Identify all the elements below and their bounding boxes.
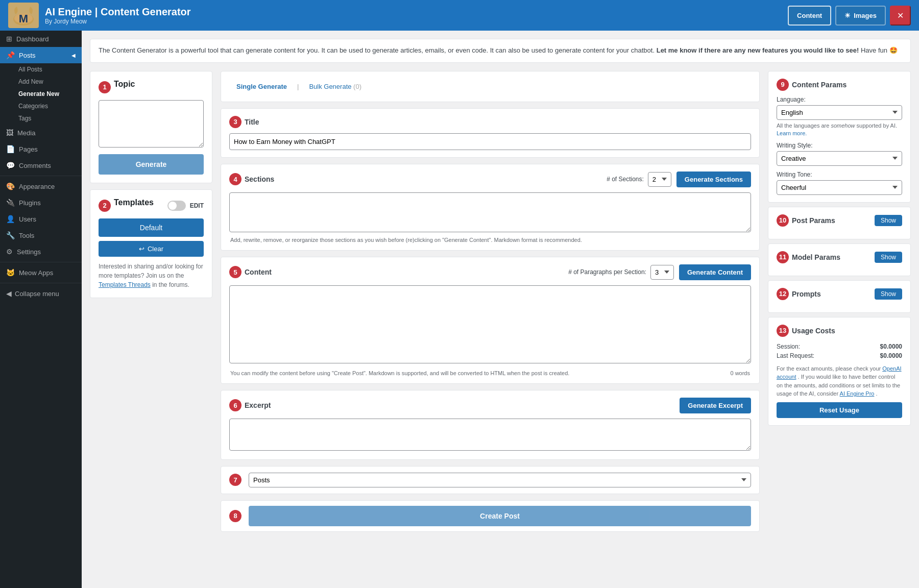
step-8-badge: 8 — [229, 510, 241, 522]
prompts-header: 12 Prompts Show — [777, 288, 902, 300]
topic-panel: 1 Topic Generate — [90, 71, 212, 183]
sections-label: Sections — [245, 175, 274, 183]
tags-label: Tags — [18, 115, 31, 122]
sections-note: Add, rewrite, remove, or reorganize thos… — [229, 237, 751, 243]
sidebar-item-plugins[interactable]: 🔌 Plugins — [0, 194, 82, 211]
writing-style-label: Writing Style: — [777, 142, 902, 149]
sections-controls: # of Sections: 2 3 4 5 Generate Sections — [607, 172, 751, 187]
post-type-select[interactable]: Posts Pages — [249, 473, 751, 487]
generate-content-btn[interactable]: Generate Content — [679, 264, 751, 280]
usage-costs-header: 13 Usage Costs — [777, 325, 902, 337]
generate-excerpt-btn[interactable]: Generate Excerpt — [680, 398, 751, 413]
close-btn[interactable]: ✕ — [890, 6, 911, 26]
sidebar-collapse-btn[interactable]: ◀ Collapse menu — [0, 285, 82, 302]
writing-tone-select[interactable]: Cheerful Neutral Serious — [777, 180, 902, 195]
sections-section: 4 Sections # of Sections: 2 3 4 5 — [221, 164, 760, 251]
post-params-show-btn[interactable]: Show — [875, 215, 902, 226]
model-params-show-btn[interactable]: Show — [875, 252, 902, 263]
content-params-section: 9 Content Params Language: English Frenc… — [768, 71, 911, 203]
step-10-badge: 10 — [777, 214, 789, 227]
sidebar: ⊞ Dashboard 📌 Posts ◀ All Posts Add New … — [0, 31, 82, 588]
sections-count-row: # of Sections: 2 3 4 5 — [607, 172, 671, 187]
sidebar-item-categories[interactable]: Categories — [14, 100, 82, 112]
language-note: All the languages are somehow supported … — [777, 122, 902, 138]
sidebar-item-media[interactable]: 🖼 Media — [0, 125, 82, 141]
content-textarea[interactable] — [229, 285, 751, 363]
sections-textarea[interactable] — [229, 192, 751, 232]
logo-image: M — [8, 3, 39, 28]
paragraphs-count-row: # of Paragraphs per Section: 3 1 2 4 5 — [568, 265, 674, 280]
content-section: 5 Content # of Paragraphs per Section: 3… — [221, 257, 760, 384]
prompts-show-btn[interactable]: Show — [875, 288, 902, 300]
content-params-header: 9 Content Params — [777, 79, 902, 91]
sidebar-item-all-posts[interactable]: All Posts — [14, 63, 82, 76]
sections-count-label: # of Sections: — [607, 176, 644, 183]
excerpt-textarea[interactable] — [229, 419, 751, 451]
post-params-title: Post Params — [792, 216, 835, 225]
usage-costs-title: Usage Costs — [792, 327, 835, 335]
step-5-badge: 5 — [229, 266, 241, 278]
templates-toggle[interactable] — [167, 201, 186, 211]
tab-single-generate[interactable]: Single Generate — [229, 80, 294, 93]
default-template-btn[interactable]: Default — [99, 218, 204, 237]
clear-btn[interactable]: ↩ Clear — [99, 241, 204, 257]
plugins-label: Plugins — [19, 199, 41, 207]
writing-style-select[interactable]: Creative Formal Casual — [777, 151, 902, 166]
generate-sections-btn[interactable]: Generate Sections — [676, 172, 751, 187]
step-2-badge: 2 — [99, 200, 111, 212]
sidebar-item-settings[interactable]: ⚙ Settings — [0, 243, 82, 260]
topic-textarea[interactable] — [99, 100, 204, 148]
templates-header: 2 Templates EDIT — [99, 198, 204, 213]
post-params-header: 10 Post Params Show — [777, 214, 902, 227]
content-controls: # of Paragraphs per Section: 3 1 2 4 5 — [568, 264, 751, 280]
excerpt-label: Excerpt — [245, 401, 271, 409]
usage-costs-section: 13 Usage Costs Session: $0.0000 Last Req… — [768, 317, 911, 426]
content-footer: You can modify the content before using … — [229, 367, 751, 376]
learn-more-link[interactable]: Learn more. — [777, 130, 807, 136]
paragraphs-select[interactable]: 3 1 2 4 5 — [650, 265, 674, 280]
language-select[interactable]: English French Spanish German — [777, 105, 902, 120]
model-params-header: 11 Model Params Show — [777, 251, 902, 263]
edit-label: EDIT — [190, 202, 204, 209]
images-tab-btn[interactable]: ☀ Images — [835, 6, 886, 26]
reset-usage-btn[interactable]: Reset Usage — [777, 402, 902, 418]
sidebar-item-dashboard[interactable]: ⊞ Dashboard — [0, 31, 82, 47]
sidebar-item-posts[interactable]: 📌 Posts ◀ — [0, 47, 82, 63]
sidebar-item-appearance[interactable]: 🎨 Appearance — [0, 178, 82, 194]
intro-suffix: Have fun 🤩 — [861, 46, 898, 54]
excerpt-controls: Generate Excerpt — [680, 398, 751, 413]
tabs-row: Single Generate | Bulk Generate (0) — [229, 80, 751, 93]
generate-btn[interactable]: Generate — [99, 154, 204, 175]
tabs-panel: Single Generate | Bulk Generate (0) — [221, 71, 760, 102]
ai-engine-pro-link[interactable]: AI Engine Pro — [840, 390, 875, 397]
step-6-badge: 6 — [229, 399, 241, 411]
sidebar-item-users[interactable]: 👤 Users — [0, 211, 82, 227]
posts-submenu: All Posts Add New Generate New Categorie… — [0, 63, 82, 125]
content-tab-btn[interactable]: Content — [788, 6, 831, 26]
sidebar-item-add-new[interactable]: Add New — [14, 76, 82, 88]
all-posts-label: All Posts — [18, 66, 42, 73]
create-post-btn[interactable]: Create Post — [249, 506, 751, 526]
templates-thread-link[interactable]: Templates Threads — [99, 281, 151, 288]
sidebar-item-meow-apps[interactable]: 🐱 Meow Apps — [0, 264, 82, 281]
language-field-label: Language: — [777, 96, 902, 103]
title-input[interactable] — [229, 133, 751, 150]
collapse-icon: ◀ — [6, 289, 12, 298]
sidebar-item-pages[interactable]: 📄 Pages — [0, 141, 82, 157]
sidebar-label-posts: Posts — [19, 52, 36, 59]
posts-arrow-icon: ◀ — [71, 53, 76, 58]
pages-label: Pages — [19, 145, 38, 153]
excerpt-section: 6 Excerpt Generate Excerpt — [221, 390, 760, 460]
sidebar-item-tags[interactable]: Tags — [14, 112, 82, 125]
session-label: Session: — [777, 343, 800, 350]
tab-bulk-generate[interactable]: Bulk Generate (0) — [302, 80, 369, 93]
pages-icon: 📄 — [6, 145, 15, 153]
content-header: 5 Content # of Paragraphs per Section: 3… — [229, 264, 751, 280]
step-11-badge: 11 — [777, 251, 789, 263]
sidebar-item-generate-new[interactable]: Generate New — [14, 88, 82, 100]
tools-label: Tools — [19, 232, 34, 239]
sidebar-item-comments[interactable]: 💬 Comments — [0, 157, 82, 174]
clear-arrow-icon: ↩ — [139, 245, 144, 253]
sections-count-select[interactable]: 2 3 4 5 — [648, 172, 671, 187]
sidebar-item-tools[interactable]: 🔧 Tools — [0, 227, 82, 243]
